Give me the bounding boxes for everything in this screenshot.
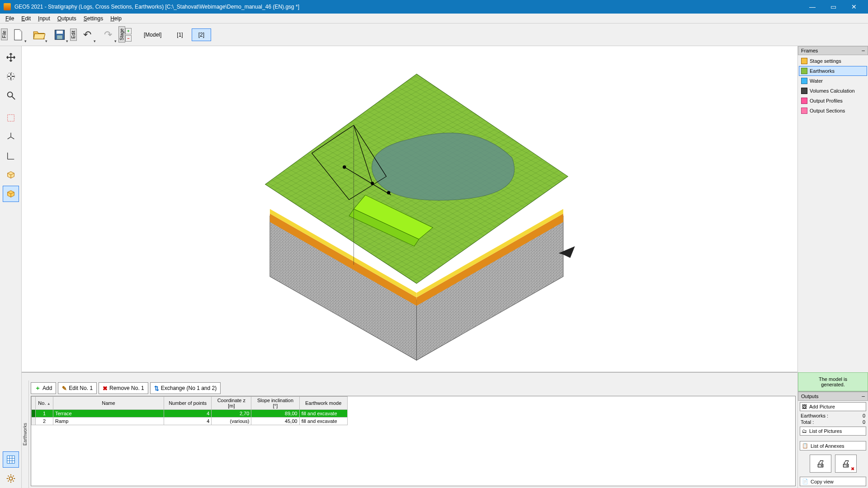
undo-button[interactable]: ↶ bbox=[78, 25, 97, 44]
pencil-icon: ✎ bbox=[62, 385, 67, 392]
print-button[interactable]: 🖨 bbox=[810, 455, 831, 473]
frame-label: Earthworks bbox=[810, 68, 835, 74]
list-pictures-button[interactable]: 🗂List of Pictures bbox=[800, 427, 866, 436]
cell-mode: fill and excavate bbox=[299, 418, 347, 425]
collapse-icon[interactable]: – bbox=[862, 47, 865, 54]
menu-outputs[interactable]: Outputs bbox=[54, 14, 80, 23]
swap-icon: ⇅ bbox=[154, 385, 159, 392]
water-icon bbox=[801, 78, 807, 84]
earthworks-icon bbox=[801, 68, 807, 74]
menu-edit[interactable]: Edit bbox=[18, 14, 34, 23]
cell-no: 2 bbox=[36, 418, 53, 425]
plus-icon: ＋ bbox=[35, 384, 41, 392]
list-icon: 🗂 bbox=[802, 428, 807, 434]
svg-point-28 bbox=[387, 191, 390, 194]
folder-open-icon bbox=[33, 28, 45, 41]
outputs-total-count: Total :0 bbox=[798, 419, 868, 425]
exchange-button[interactable]: ⇅Exchange (No 1 and 2) bbox=[150, 382, 221, 394]
col-name[interactable]: Name bbox=[53, 397, 164, 410]
svg-point-27 bbox=[343, 166, 346, 169]
save-icon bbox=[53, 28, 66, 41]
statusbar bbox=[22, 372, 797, 380]
edit-tab[interactable]: Edit bbox=[70, 28, 77, 41]
file-tab[interactable]: File bbox=[1, 28, 8, 40]
exchange-label: Exchange (No 1 and 2) bbox=[161, 385, 217, 391]
menu-input[interactable]: Input bbox=[34, 14, 54, 23]
cell-name: Terrace bbox=[53, 410, 164, 418]
add-stage-button[interactable]: + bbox=[125, 28, 132, 34]
earthworks-grid[interactable]: No. Name Number of points Coordinate z[m… bbox=[31, 396, 796, 486]
zoom-tool[interactable] bbox=[3, 87, 19, 103]
frame-earthworks[interactable]: Earthworks bbox=[799, 66, 867, 76]
svg-point-12 bbox=[9, 477, 12, 480]
remove-button[interactable]: ✖Remove No. 1 bbox=[99, 382, 148, 394]
frames-title: Frames– bbox=[798, 46, 868, 55]
annex-icon: 📋 bbox=[802, 443, 808, 449]
frame-water[interactable]: Water bbox=[799, 76, 867, 86]
menu-help[interactable]: Help bbox=[107, 14, 125, 23]
model-status: The model is generated. bbox=[798, 372, 868, 391]
printer-icon: 🖨 bbox=[816, 459, 825, 469]
close-button[interactable]: ✕ bbox=[844, 0, 864, 14]
remove-stage-button[interactable]: − bbox=[125, 35, 132, 42]
axes-2d-tool[interactable] bbox=[3, 148, 19, 164]
frame-output-profiles[interactable]: Output Profiles bbox=[799, 96, 867, 106]
bottom-tab[interactable]: Earthworks bbox=[22, 380, 29, 488]
edit-button[interactable]: ✎Edit No. 1 bbox=[58, 382, 97, 394]
table-row[interactable]: 1 Terrace 4 2,70 89,00 fill and excavate bbox=[32, 410, 348, 418]
new-file-button[interactable] bbox=[9, 25, 28, 44]
stage-1-button[interactable]: [1] bbox=[170, 28, 189, 41]
rotate-tool[interactable] bbox=[3, 68, 19, 84]
cell-z: (various) bbox=[212, 418, 251, 425]
add-picture-button[interactable]: 🖼Add Picture bbox=[800, 402, 866, 411]
col-npts[interactable]: Number of points bbox=[164, 397, 212, 410]
remove-label: Remove No. 1 bbox=[109, 385, 144, 391]
menubar: File Edit Input Outputs Settings Help bbox=[0, 14, 868, 23]
model-viewport[interactable] bbox=[22, 46, 797, 372]
redo-button[interactable]: ↷ bbox=[99, 25, 118, 44]
open-file-button[interactable] bbox=[29, 25, 48, 44]
titlebar: GEO5 2021 - Stratigraphy (Logs, Cross Se… bbox=[0, 0, 868, 14]
cell-name: Ramp bbox=[53, 418, 164, 425]
table-view-button[interactable] bbox=[3, 451, 19, 468]
cube-solid-icon bbox=[6, 189, 16, 199]
move-icon bbox=[6, 52, 16, 62]
stage-model-button[interactable]: [Model] bbox=[137, 28, 168, 41]
sections-icon bbox=[801, 108, 807, 114]
add-button[interactable]: ＋Add bbox=[31, 382, 56, 394]
svg-line-5 bbox=[12, 97, 14, 99]
col-no[interactable]: No. bbox=[38, 400, 50, 406]
frame-output-sections[interactable]: Output Sections bbox=[799, 106, 867, 116]
pan-tool[interactable] bbox=[3, 49, 19, 66]
print-error-button[interactable]: 🖨 bbox=[835, 455, 857, 473]
save-file-button[interactable] bbox=[50, 25, 69, 44]
view-cube-b[interactable] bbox=[3, 186, 19, 202]
window-title: GEO5 2021 - Stratigraphy (Logs, Cross Se… bbox=[14, 4, 802, 10]
settings-button[interactable] bbox=[3, 470, 19, 487]
copy-view-button[interactable]: 📄Copy view bbox=[800, 477, 866, 486]
collapse-icon[interactable]: – bbox=[862, 393, 865, 399]
menu-file[interactable]: File bbox=[2, 14, 18, 23]
col-mode[interactable]: Earthwork mode bbox=[299, 397, 347, 410]
volumes-icon bbox=[801, 88, 807, 94]
view-cube-a[interactable] bbox=[3, 167, 19, 183]
frame-stage-settings[interactable]: Stage settings bbox=[799, 56, 867, 66]
cell-npts: 4 bbox=[164, 410, 212, 418]
select-box-tool[interactable] bbox=[3, 110, 19, 126]
bottom-tab-label: Earthworks bbox=[23, 423, 28, 446]
frame-volumes[interactable]: Volumes Calculation bbox=[799, 86, 867, 96]
select-rect-icon bbox=[6, 113, 16, 123]
stage-2-button[interactable]: [2] bbox=[192, 28, 211, 41]
col-slope[interactable]: Slope inclination[°] bbox=[251, 397, 299, 410]
copy-icon: 📄 bbox=[802, 479, 808, 484]
minimize-button[interactable]: — bbox=[802, 0, 823, 14]
list-annexes-button[interactable]: 📋List of Annexes bbox=[800, 441, 866, 450]
cell-slope: 45,00 bbox=[251, 418, 299, 425]
stage-tab[interactable]: Stage bbox=[118, 26, 125, 42]
maximize-button[interactable]: ▭ bbox=[823, 0, 844, 14]
table-row[interactable]: 2 Ramp 4 (various) 45,00 fill and excava… bbox=[32, 418, 348, 425]
menu-settings[interactable]: Settings bbox=[80, 14, 107, 23]
col-z[interactable]: Coordinate z[m] bbox=[212, 397, 251, 410]
cell-slope: 89,00 bbox=[251, 410, 299, 418]
axes-3d-tool[interactable] bbox=[3, 129, 19, 145]
